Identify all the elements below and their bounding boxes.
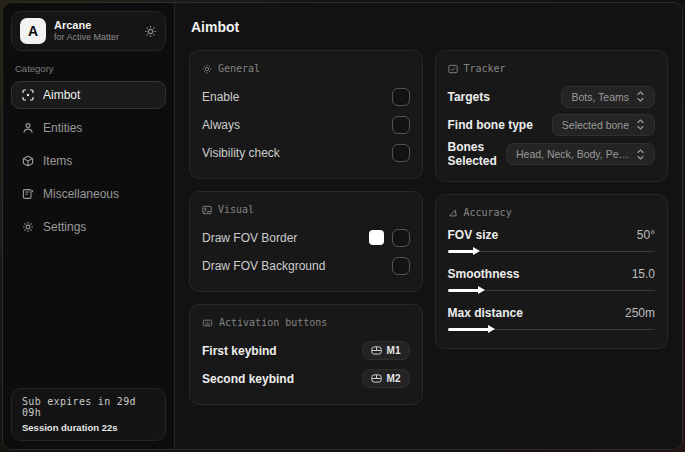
section-title: Tracker — [464, 63, 506, 74]
always-checkbox[interactable] — [392, 116, 410, 134]
sidebar-item-label: Aimbot — [43, 88, 80, 102]
unfold-icon — [636, 91, 645, 102]
tracker-card: Tracker Targets Bots, Teams — [435, 50, 669, 182]
select-value: Head, Neck, Body, Pe… — [516, 148, 629, 160]
app-subtitle: for Active Matter — [54, 33, 119, 43]
slider-label: Max distance — [448, 306, 523, 320]
keybind-value: M2 — [387, 373, 401, 384]
crosshair-icon — [22, 89, 34, 101]
targets-select[interactable]: Bots, Teams — [561, 86, 655, 108]
sidebar-item-items[interactable]: Items — [11, 147, 166, 175]
find-bone-type-select[interactable]: Selected bone — [552, 114, 655, 136]
smoothness-slider[interactable] — [448, 285, 656, 295]
fov-size-slider[interactable] — [448, 246, 656, 256]
slider-value: 50° — [637, 228, 655, 242]
slider-value: 15.0 — [632, 267, 655, 281]
sidebar-nav: Aimbot Entities — [11, 81, 166, 241]
section-title: Accuracy — [464, 207, 512, 218]
section-title: Activation buttons — [219, 317, 327, 328]
bones-selected-select[interactable]: Head, Neck, Body, Pe… — [506, 143, 655, 165]
section-title: Visual — [218, 204, 254, 215]
sidebar-item-label: Miscellaneous — [43, 187, 119, 201]
general-card-header: General — [202, 63, 410, 74]
general-card: General Enable Always Visibility check — [189, 50, 423, 179]
slider-fill — [448, 328, 490, 332]
sidebar-item-label: Entities — [43, 121, 82, 135]
gear-sun-icon — [202, 64, 212, 74]
slider-label: Smoothness — [448, 267, 520, 281]
select-value: Selected bone — [562, 119, 629, 131]
left-column: General Enable Always Visibility check — [189, 50, 423, 405]
unfold-icon — [636, 119, 645, 130]
draw-fov-background-checkbox[interactable] — [392, 257, 410, 275]
sidebar-item-miscellaneous[interactable]: Miscellaneous — [11, 180, 166, 208]
select-row: Bones Selected Head, Neck, Body, Pe… — [448, 140, 656, 168]
sidebar-item-label: Items — [43, 154, 72, 168]
visual-card-header: Visual — [202, 204, 410, 215]
sidebar-item-label: Settings — [43, 220, 86, 234]
keybind-label: First keybind — [202, 344, 277, 358]
select-value: Bots, Teams — [571, 91, 629, 103]
activation-card-header: Activation buttons — [202, 317, 410, 328]
slider-label: FOV size — [448, 228, 499, 242]
setting-row: Always — [202, 112, 410, 137]
slider-row: Max distance 250m — [448, 306, 656, 334]
image-icon — [202, 205, 212, 215]
accuracy-card-header: Accuracy — [448, 207, 656, 218]
radar-icon — [448, 64, 458, 74]
unfold-icon — [636, 149, 645, 160]
triangle-icon — [448, 208, 458, 218]
screen: A Arcane for Active Matter Category — [0, 0, 685, 452]
person-icon — [22, 122, 34, 134]
slider-row: FOV size 50° — [448, 228, 656, 256]
setting-row: Draw FOV Border — [202, 225, 410, 250]
gear-icon — [22, 221, 34, 233]
visual-card: Visual Draw FOV Border Draw FOV Backgrou… — [189, 191, 423, 292]
max-distance-slider[interactable] — [448, 324, 656, 334]
keyboard-icon — [202, 318, 213, 328]
category-label: Category — [15, 63, 162, 74]
cube-icon — [22, 155, 34, 167]
select-row: Find bone type Selected bone — [448, 112, 656, 137]
select-label: Find bone type — [448, 118, 533, 132]
gear-icon[interactable] — [144, 25, 157, 38]
tracker-card-header: Tracker — [448, 63, 656, 74]
setting-row: Enable — [202, 84, 410, 109]
app-titles: Arcane for Active Matter — [54, 19, 119, 43]
sidebar-item-aimbot[interactable]: Aimbot — [11, 81, 166, 109]
page-title: Aimbot — [191, 19, 668, 35]
keybind-row: Second keybind M2 — [202, 366, 410, 391]
mouse-icon — [371, 346, 382, 355]
fov-border-color-swatch[interactable] — [369, 230, 384, 245]
sidebar-item-entities[interactable]: Entities — [11, 114, 166, 142]
keybind-value: M1 — [387, 345, 401, 356]
app-name: Arcane — [54, 19, 119, 31]
app-logo: A — [20, 18, 46, 44]
mouse-icon — [371, 374, 382, 383]
second-keybind-button[interactable]: M2 — [362, 369, 410, 388]
app-header: A Arcane for Active Matter — [11, 11, 166, 51]
select-row: Targets Bots, Teams — [448, 84, 656, 109]
slider-row: Smoothness 15.0 — [448, 267, 656, 295]
draw-fov-border-checkbox[interactable] — [392, 229, 410, 247]
slider-fill — [448, 289, 479, 293]
keybind-row: First keybind M1 — [202, 338, 410, 363]
activation-card: Activation buttons First keybind — [189, 304, 423, 405]
setting-label: Always — [202, 118, 240, 132]
setting-label: Enable — [202, 90, 239, 104]
sidebar-item-settings[interactable]: Settings — [11, 213, 166, 241]
panel-icon — [22, 188, 34, 200]
keybind-label: Second keybind — [202, 372, 294, 386]
visibility-check-checkbox[interactable] — [392, 144, 410, 162]
slider-value: 250m — [625, 306, 655, 320]
subscription-info: Sub expires in 29d 09h Session duration … — [11, 388, 166, 441]
setting-row: Draw FOV Background — [202, 253, 410, 278]
first-keybind-button[interactable]: M1 — [362, 341, 410, 360]
sub-expires-text: Sub expires in 29d 09h — [22, 396, 155, 418]
slider-fill — [448, 250, 475, 254]
setting-row: Visibility check — [202, 140, 410, 165]
accuracy-card: Accuracy FOV size 50° — [435, 194, 669, 349]
setting-label: Visibility check — [202, 146, 280, 160]
enable-checkbox[interactable] — [392, 88, 410, 106]
select-label: Targets — [448, 90, 490, 104]
